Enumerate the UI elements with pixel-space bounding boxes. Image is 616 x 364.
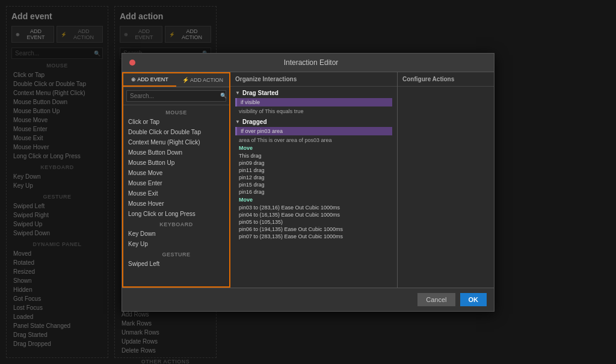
move-pin15-drag: pin15 drag: [235, 181, 392, 188]
move-this-drag: This drag: [235, 152, 392, 159]
interaction-list: ▼ Drag Started if visible visibility of …: [230, 87, 397, 288]
modal-overlay: Interaction Editor ← ⊕ ADD EVENT ⚡ ADD A…: [0, 0, 616, 364]
modal-event-mouse-btn-down[interactable]: Mouse Button Down: [123, 147, 229, 158]
move-pin04: pin04 to (16,135) Ease Out Cubic 1000ms: [235, 211, 392, 218]
modal-event-context-menu[interactable]: Context Menu (Right Click): [123, 137, 229, 147]
move-pin07: pin07 to (283,135) Ease Out Cubic 1000ms: [235, 233, 392, 240]
modal-left-tabs: ⊕ ADD EVENT ⚡ ADD ACTION: [123, 73, 229, 87]
interaction-editor-modal: Interaction Editor ← ⊕ ADD EVENT ⚡ ADD A…: [122, 53, 494, 312]
ok-button[interactable]: OK: [460, 293, 487, 306]
configure-actions-title: Configure Actions: [398, 72, 494, 87]
modal-event-double-click[interactable]: Double Click or Double Tap: [123, 127, 229, 137]
drag-started-sub: visibility of This equals true: [235, 108, 392, 115]
modal-event-swiped-left[interactable]: Swiped Left: [123, 259, 229, 269]
move-label-2: Move: [235, 196, 392, 204]
modal-middle-panel: Organize Interactions ▼ Drag Started if …: [230, 72, 398, 288]
drag-started-condition: if visible: [235, 98, 392, 106]
move-pin03: pin03 to (283,16) Ease Out Cubic 1000ms: [235, 204, 392, 211]
modal-event-long-click[interactable]: Long Click or Long Press: [123, 209, 229, 219]
modal-events-list: MOUSE Click or Tap Double Click or Doubl…: [123, 105, 229, 286]
modal-event-mouse-hover[interactable]: Mouse Hover: [123, 199, 229, 209]
modal-right-panel: Configure Actions: [398, 72, 494, 288]
modal-event-key-up[interactable]: Key Up: [123, 239, 229, 249]
dragged-sub: area of This is over area of pos03 area: [235, 137, 392, 144]
modal-add-action-tab[interactable]: ⚡ ADD ACTION: [176, 73, 229, 87]
collapse-icon[interactable]: ▼: [235, 90, 240, 96]
modal-search-icon: 🔍: [220, 93, 227, 99]
modal-search-input[interactable]: [126, 90, 226, 102]
modal-titlebar: Interaction Editor: [122, 54, 494, 72]
cancel-button[interactable]: Cancel: [417, 293, 455, 306]
dragged-title: ▼ Dragged: [235, 119, 392, 125]
drag-started-group: ▼ Drag Started if visible visibility of …: [235, 90, 392, 115]
collapse-icon-2[interactable]: ▼: [235, 119, 240, 125]
modal-mouse-label: MOUSE: [123, 107, 229, 117]
modal-left-panel: ← ⊕ ADD EVENT ⚡ ADD ACTION 🔍: [122, 72, 230, 288]
move-pin16-drag: pin16 drag: [235, 188, 392, 196]
modal-event-mouse-btn-up[interactable]: Mouse Button Up: [123, 158, 229, 168]
modal-event-mouse-exit[interactable]: Mouse Exit: [123, 188, 229, 199]
modal-event-click-tap[interactable]: Click or Tap: [123, 117, 229, 127]
close-dot[interactable]: [129, 60, 135, 66]
modal-gesture-label: GESTURE: [123, 249, 229, 259]
modal-add-event-tab[interactable]: ⊕ ADD EVENT: [123, 73, 176, 87]
modal-search-wrap: 🔍: [123, 87, 229, 105]
modal-controls: [129, 60, 135, 66]
organize-interactions-title: Organize Interactions: [230, 72, 397, 87]
modal-footer: Cancel OK: [122, 288, 494, 311]
move-pin05: pin05 to (105,135): [235, 218, 392, 226]
move-label-1: Move: [235, 144, 392, 152]
move-pin06: pin06 to (194,135) Ease Out Cubic 1000ms: [235, 226, 392, 233]
dragged-condition: If over pin03 area: [235, 127, 392, 135]
drag-started-title: ▼ Drag Started: [235, 90, 392, 96]
modal-body: ← ⊕ ADD EVENT ⚡ ADD ACTION 🔍: [122, 72, 494, 288]
move-pin12-drag: pin12 drag: [235, 174, 392, 181]
modal-keyboard-label: KEYBOARD: [123, 219, 229, 229]
modal-event-mouse-move[interactable]: Mouse Move: [123, 168, 229, 178]
modal-event-key-down[interactable]: Key Down: [123, 229, 229, 239]
dragged-group: ▼ Dragged If over pin03 area area of Thi…: [235, 119, 392, 240]
modal-event-mouse-enter[interactable]: Mouse Enter: [123, 178, 229, 188]
move-pin09-drag: pin09 drag: [235, 159, 392, 167]
modal-title: Interaction Editor: [135, 58, 487, 67]
move-pin11-drag: pin11 drag: [235, 167, 392, 174]
